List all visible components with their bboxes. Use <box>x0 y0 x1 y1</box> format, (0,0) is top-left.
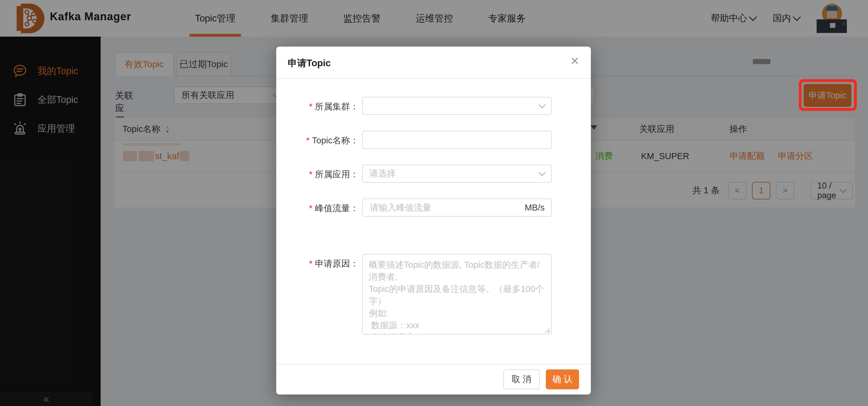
cluster-select[interactable] <box>362 97 552 115</box>
form-row-reason: *申请原因： <box>276 254 591 336</box>
form-row-topic-name: *Topic名称： <box>276 131 591 149</box>
app-select[interactable]: 请选择 <box>362 165 552 183</box>
close-icon[interactable]: ✕ <box>570 56 579 66</box>
confirm-button[interactable]: 确 认 <box>546 369 579 389</box>
required-marker: * <box>306 136 309 145</box>
apply-topic-modal: 申请Topic ✕ *所属集群： *Topic名称： <box>276 47 591 395</box>
form-row-app: *所属应用： 请选择 <box>276 165 591 183</box>
modal-header: 申请Topic ✕ <box>276 47 591 79</box>
required-marker: * <box>309 203 312 213</box>
kafka-manager-app: Kafka Manager Topic管理 集群管理 监控告警 运维管控 专家服… <box>0 0 868 406</box>
required-marker: * <box>309 259 312 268</box>
app-field-label: 所属应用： <box>315 169 359 179</box>
modal-footer: 取 消 确 认 <box>276 364 591 395</box>
reason-textarea[interactable] <box>362 254 552 335</box>
cluster-field-label: 所属集群： <box>315 102 359 111</box>
form-row-peak-traffic: *峰值流量： MB/s <box>276 199 591 216</box>
reason-field-label: 申请原因： <box>315 259 359 268</box>
traffic-unit-suffix: MB/s <box>525 203 545 213</box>
modal-title: 申请Topic <box>288 57 331 69</box>
chevron-down-icon <box>538 169 546 176</box>
app-select-placeholder: 请选择 <box>369 168 396 180</box>
required-marker: * <box>309 102 312 111</box>
peak-traffic-input[interactable] <box>369 202 521 213</box>
required-marker: * <box>309 169 312 179</box>
traffic-field-label: 峰值流量： <box>315 203 359 213</box>
chevron-down-icon <box>538 102 546 109</box>
cancel-button[interactable]: 取 消 <box>503 369 540 389</box>
topic-name-input[interactable] <box>369 135 545 145</box>
form-row-cluster: *所属集群： <box>276 97 591 115</box>
topic-name-field-label: Topic名称： <box>312 136 359 145</box>
